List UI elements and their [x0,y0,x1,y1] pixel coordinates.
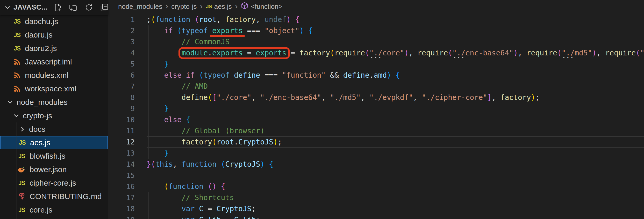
tree-indent-guide [17,122,17,219]
chevron-right-icon[interactable] [19,125,26,133]
chevron-down-icon[interactable] [6,98,14,106]
code-text: // AMD [147,81,644,92]
file-tree-item-javascript-iml[interactable]: Javascript.iml [0,55,108,69]
chevron-down-icon[interactable] [12,112,20,120]
code-line-5: 5 } [108,59,644,70]
code-token: = [243,49,256,57]
line-number: 19 [108,216,147,219]
code-token [208,26,212,35]
new-folder-button[interactable] [69,3,78,12]
code-token: require [605,49,636,57]
code-token: function [168,182,203,191]
code-token: ) [387,71,391,79]
file-tree-item-docs[interactable]: docs [0,122,108,136]
file-tree-item-daoru2-js[interactable]: JSdaoru2.js [0,42,108,55]
code-line-3: 3 // CommonJS [108,36,644,47]
code-token [147,26,164,35]
code-token: , [321,93,330,102]
indent-guide [166,203,166,214]
code-token [195,205,199,213]
code-token [147,60,164,68]
code-token: , [492,93,500,102]
file-tree-item-cipher-core-js[interactable]: JScipher-core.js [0,176,108,190]
code-token [182,115,186,124]
breadcrumb-separator: › [200,2,203,10]
indent-guide [148,81,149,92]
file-tree-item-node-modules[interactable]: node_modules [0,96,108,109]
code-text: }(this, function (CryptoJS) { [147,159,644,170]
line-number: 17 [108,194,147,202]
code-text: ;(function (root, factory, undef) { [147,14,644,25]
line-number: 7 [108,82,147,90]
code-token: = [286,49,299,57]
code-token: ; [252,205,256,213]
file-tree-item-bower-json[interactable]: bower.json [0,163,108,176]
xml-file-icon [12,84,22,94]
code-token: { [295,15,299,24]
code-text: var C_lib = C.lib; [147,214,644,219]
file-tree-item-core-js[interactable]: JScore.js [0,203,108,217]
md-file-icon [17,191,27,202]
file-name: daoru2.js [25,44,57,53]
refresh-button[interactable] [84,3,93,12]
code-token: C_lib [199,216,221,219]
indent-guide [148,92,149,103]
code-token: ( [557,49,562,57]
code-token [230,71,234,79]
code-token: CryptoJS [238,138,273,146]
line-number: 16 [108,182,147,191]
code-token: ; [256,216,260,219]
code-token: // AMD [182,82,208,91]
code-token: function [155,15,190,24]
code-token: { [396,71,400,79]
code-text: // Global (browser) [147,125,644,136]
new-file-button[interactable] [53,3,62,12]
code-line-7: 7 // AMD [108,81,644,92]
code-token: ( [330,49,334,57]
explorer-sidebar: JAVASC... JSdaochu.jsJSdaoru.jsJSdaoru2.… [0,0,108,219]
file-tree-item-crypto-js[interactable]: crypto-js [0,109,108,122]
indent-guide [166,136,166,148]
code-token: ( [151,15,155,24]
code-token: /enc-base64" [461,49,513,57]
code-area[interactable]: 1;(function (root, factory, undef) {2 if… [108,13,644,219]
js-file-icon: JS [17,178,27,188]
indent-guide [148,148,149,159]
code-token: require [417,49,448,57]
breadcrumb-segment-crypto-js[interactable]: crypto-js [171,3,197,11]
code-token: require [334,49,365,57]
line-number: 15 [108,171,147,179]
line-number: 12 [108,138,147,146]
code-token [147,193,182,202]
file-tree-item-workspace-xml[interactable]: workspace.xml [0,82,108,96]
vscode-window: JAVASC... JSdaochu.jsJSdaoru.jsJSdaoru2.… [0,0,644,219]
file-tree-item-daochu-js[interactable]: JSdaochu.js [0,15,108,28]
file-name: node_modules [17,98,68,107]
breadcrumb-segment-aes-js[interactable]: JSaes.js [206,3,232,11]
line-number: 1 [108,16,147,24]
code-token [147,138,182,146]
code-token: "./enc-base64" [260,93,321,102]
breadcrumb-separator: › [235,2,238,10]
symbol-cube-icon [241,2,248,11]
code-token: CryptoJS [217,205,252,213]
red-box-annotation: module.exports = exports [182,49,287,57]
file-tree-item-modules-xml[interactable]: modules.xml [0,69,108,82]
file-tree-item-aes-js[interactable]: JSaes.js [0,136,108,149]
explorer-section-header[interactable]: JAVASC... [0,0,108,15]
file-tree-item-daoru-js[interactable]: JSdaoru.js [0,28,108,42]
code-token: define [234,71,260,79]
code-token: , [518,49,527,57]
file-tree-item-blowfish-js[interactable]: JSblowfish.js [0,149,108,163]
line-number: 14 [108,160,147,168]
file-name: CONTRIBUTING.md [30,192,102,201]
collapse-all-button[interactable] [100,3,109,12]
file-name: blowfish.js [30,152,65,160]
code-token: { [186,115,190,124]
file-tree-item-contributing-md[interactable]: CONTRIBUTING.md [0,190,108,203]
breadcrumb-segment--function-[interactable]: <function> [241,2,282,11]
line-number: 9 [108,105,147,113]
code-text: (function () { [147,181,644,192]
code-token [147,93,182,102]
breadcrumb-segment-node-modules[interactable]: node_modules [118,3,162,11]
